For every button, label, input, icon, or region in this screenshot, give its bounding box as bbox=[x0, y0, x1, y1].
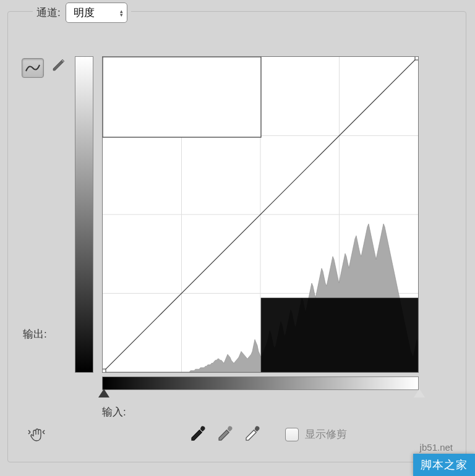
channel-label: 通道: bbox=[36, 6, 61, 20]
curve-graph[interactable] bbox=[102, 56, 419, 373]
curve-points-tool[interactable] bbox=[22, 58, 44, 78]
svg-rect-6 bbox=[103, 57, 261, 137]
white-eyedropper[interactable] bbox=[243, 425, 262, 443]
curve-tool-row bbox=[22, 58, 66, 78]
channel-value: 明度 bbox=[74, 6, 95, 20]
show-clipping-label: 显示修剪 bbox=[305, 427, 347, 441]
curve-pencil-tool[interactable] bbox=[51, 58, 66, 73]
watermark-text: 脚本之家 bbox=[413, 454, 475, 476]
output-label: 输出: bbox=[23, 327, 47, 341]
checkbox-icon bbox=[285, 428, 299, 441]
input-label: 输入: bbox=[102, 405, 126, 419]
curve-icon bbox=[25, 62, 40, 74]
svg-rect-7 bbox=[261, 298, 418, 372]
eyedropper-group bbox=[189, 425, 262, 443]
curves-panel: 通道: 明度 ▴▾ 输出: 输入: bbox=[7, 11, 466, 462]
targeted-adjustment-tool[interactable] bbox=[28, 427, 46, 444]
channel-row: 通道: 明度 ▴▾ bbox=[33, 2, 131, 23]
gray-eyedropper[interactable] bbox=[216, 425, 234, 443]
watermark-url: jb51.net bbox=[420, 442, 453, 453]
svg-rect-8 bbox=[103, 369, 106, 372]
output-gradient bbox=[75, 56, 93, 373]
hand-icon bbox=[28, 427, 46, 444]
svg-rect-9 bbox=[415, 57, 418, 60]
curve-svg bbox=[103, 57, 418, 372]
black-point-slider[interactable] bbox=[98, 389, 109, 397]
input-gradient bbox=[102, 376, 419, 390]
channel-select[interactable]: 明度 ▴▾ bbox=[66, 2, 127, 23]
show-clipping-checkbox[interactable]: 显示修剪 bbox=[285, 427, 347, 441]
black-eyedropper[interactable] bbox=[189, 425, 207, 443]
white-point-slider[interactable] bbox=[414, 389, 425, 397]
pencil-icon bbox=[51, 58, 66, 73]
updown-icon: ▴▾ bbox=[120, 9, 123, 17]
